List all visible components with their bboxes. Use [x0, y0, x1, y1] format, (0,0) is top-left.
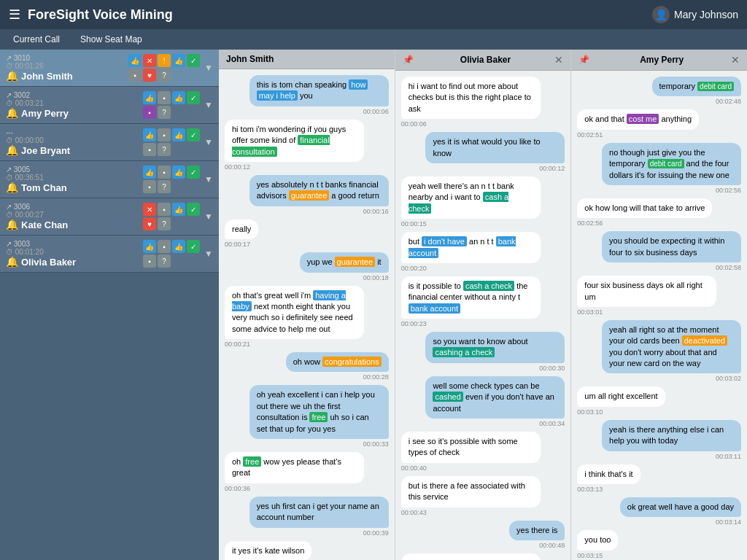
msg-wrapper: i think that's it 00:03:13 [577, 464, 741, 496]
check-btn[interactable]: ✓ [187, 203, 200, 216]
msg-time: 00:03:13 [577, 486, 603, 493]
heart-btn[interactable]: ♥ [143, 217, 156, 230]
msg-time: 00:00:34 [539, 420, 565, 427]
agent-name: Amy Perry [21, 108, 69, 119]
bell-icon: 🔔 [6, 144, 18, 156]
msg-time: 00:00:33 [363, 440, 389, 448]
msg-wrapper: it yes it's kate wilson 00:00:42 [225, 541, 389, 560]
chat-messages-john-smith[interactable]: this is tom chan speaking how may i help… [219, 69, 395, 560]
msg-wrapper: oh that's great well i'm having a baby n… [225, 286, 389, 351]
message-bubble: temporary debit card [652, 77, 742, 96]
app-title: ForeSight Voice Mining [28, 7, 173, 23]
gray-btn[interactable]: ▪ [158, 203, 171, 216]
agent-name: Joe Bryant [21, 145, 70, 156]
close-chat-btn[interactable]: ✕ [554, 54, 563, 66]
msg-time: 00:00:36 [225, 485, 250, 492]
sub-header: Current Call Show Seat Map [0, 29, 747, 50]
sidebar-item-john-smith[interactable]: ↗ 3010 ⏱ 00:01:26 🔔 John Smith 👍 ✕ ! 👍 ✓… [0, 50, 219, 87]
chat-messages-amy-perry[interactable]: temporary debit card 00:02:48 ok and tha… [571, 71, 747, 560]
gray-btn[interactable]: ▪ [158, 166, 171, 179]
sidebar-item-tom-chan[interactable]: ↗ 3005 ⏱ 00:36:51 🔔 Tom Chan 👍 ▪ 👍 ✓ ▪ ? [0, 161, 219, 198]
msg-wrapper: yes uh first can i get your name an acco… [225, 497, 389, 540]
message-bubble: oh free wow yes please that's great [225, 452, 364, 483]
question-btn[interactable]: ? [158, 180, 171, 193]
show-seat-map-btn[interactable]: Show Seat Map [76, 33, 147, 46]
msg-time: 00:00:17 [225, 241, 250, 248]
message-bubble: yes absolutely n t t banks financial adv… [249, 175, 389, 206]
check-btn[interactable]: ✓ [187, 128, 200, 141]
msg-time: 00:00:15 [401, 220, 427, 228]
heart-btn[interactable]: ♥ [143, 69, 156, 82]
thumbs-up2-btn[interactable]: 👍 [172, 128, 185, 141]
msg-time: 00:00:23 [401, 320, 427, 327]
purple-btn[interactable]: ▪ [143, 106, 156, 119]
expand-btn[interactable]: ▼ [204, 63, 213, 73]
question-btn[interactable]: ? [158, 143, 171, 156]
thumbs-up-btn[interactable]: 👍 [143, 91, 156, 104]
thumbs-up2-btn[interactable]: 👍 [172, 203, 185, 216]
msg-wrapper: yeah well there's an n t t bank nearby a… [401, 176, 565, 230]
gray-btn[interactable]: ▪ [158, 240, 171, 253]
chat-column-title: John Smith [226, 54, 274, 64]
msg-time: 00:00:21 [225, 341, 250, 348]
bell-icon: 🔔 [6, 256, 18, 268]
check-btn[interactable]: ✓ [187, 166, 200, 179]
question-btn[interactable]: ? [158, 217, 171, 230]
action-buttons-amy-perry: 👍 ▪ 👍 ✓ ▪ ? [143, 91, 200, 119]
exclaim-btn[interactable]: ! [158, 54, 171, 67]
gray-btn[interactable]: ▪ [158, 91, 171, 104]
expand-btn[interactable]: ▼ [204, 174, 213, 184]
message-bubble: yeah all right so at the moment your old… [602, 320, 741, 374]
expand-btn[interactable]: ▼ [204, 249, 213, 259]
msg-time: 00:00:06 [363, 108, 389, 115]
thumbs-up2-btn[interactable]: 👍 [172, 91, 185, 104]
message-bubble: you too [577, 530, 618, 550]
close-chat-btn[interactable]: ✕ [731, 54, 740, 66]
question-btn[interactable]: ? [158, 106, 171, 119]
expand-btn[interactable]: ▼ [204, 137, 213, 147]
gray2-btn[interactable]: ▪ [143, 180, 156, 193]
thumbs-up2-btn[interactable]: 👍 [172, 54, 185, 67]
expand-btn[interactable]: ▼ [204, 100, 213, 110]
thumbs-up-btn[interactable]: 👍 [128, 54, 142, 67]
gray2-btn[interactable]: ? [158, 69, 171, 82]
chat-messages-olivia-baker[interactable]: hi i want to find out more about checks … [395, 71, 571, 560]
question-btn[interactable]: ? [158, 254, 171, 268]
gray2-btn[interactable]: ▪ [143, 254, 156, 268]
sidebar-item-olivia-baker[interactable]: ↗ 3003 ⏱ 00:01:20 🔔 Olivia Baker 👍 ▪ 👍 ✓… [0, 236, 219, 273]
expand-btn[interactable]: ▼ [204, 211, 213, 222]
thumbs-up2-btn[interactable]: 👍 [172, 240, 185, 253]
menu-icon[interactable]: ☰ [9, 7, 20, 23]
thumbs-up-btn[interactable]: 👍 [143, 166, 156, 179]
pin-icon: 📌 [578, 55, 589, 65]
sidebar-item-kate-chan[interactable]: ↗ 3006 ⏱ 00:00:27 🔔 Kate Chan ✕ ▪ 👍 ✓ ♥ … [0, 198, 219, 236]
sidebar-item-amy-perry[interactable]: ↗ 3002 ⏱ 00:03:21 🔔 Amy Perry 👍 ▪ 👍 ✓ ▪ … [0, 87, 219, 124]
msg-time: 00:00:28 [363, 373, 389, 381]
thumbs-up-btn[interactable]: 👍 [143, 128, 156, 141]
gray2-btn[interactable]: ▪ [143, 143, 156, 156]
action-buttons-kate-chan: ✕ ▪ 👍 ✓ ♥ ? [143, 203, 200, 230]
thumbs-up2-btn[interactable]: 👍 [172, 166, 185, 179]
thumbs-up-btn[interactable]: 👍 [143, 240, 156, 253]
sidebar-item-joe-bryant[interactable]: --- ⏱ 00:00:00 🔔 Joe Bryant 👍 ▪ 👍 ✓ ▪ ? [0, 124, 219, 161]
call-number: ↗ 3005 [6, 166, 139, 174]
current-call-btn[interactable]: Current Call [9, 33, 64, 46]
check-btn[interactable]: ✓ [187, 91, 200, 104]
check-btn[interactable]: ✓ [187, 54, 200, 67]
gray-btn[interactable]: ▪ [158, 128, 171, 141]
gray1-btn[interactable]: ▪ [128, 69, 142, 82]
msg-wrapper: ok great well have a good day 00:03:14 [577, 497, 741, 529]
message-bubble: but the transaction must be performed at… [401, 553, 541, 560]
bell-icon: 🔔 [6, 70, 18, 82]
pin-icon: 📌 [403, 55, 414, 65]
x-btn[interactable]: ✕ [143, 203, 156, 216]
x-btn[interactable]: ✕ [143, 54, 156, 67]
msg-wrapper: yes there is 00:00:48 [401, 521, 565, 552]
check-btn[interactable]: ✓ [187, 240, 200, 253]
msg-time: 00:03:15 [577, 552, 603, 559]
user-name: Mary Johnson [674, 9, 738, 20]
message-bubble: so you want to know about cashing a chec… [425, 332, 565, 363]
message-bubble: hi i want to find out more about checks … [401, 77, 541, 119]
msg-wrapper: is it possible to cash a check the finan… [401, 276, 565, 330]
message-bubble: this is tom chan speaking how may i help… [249, 75, 389, 106]
